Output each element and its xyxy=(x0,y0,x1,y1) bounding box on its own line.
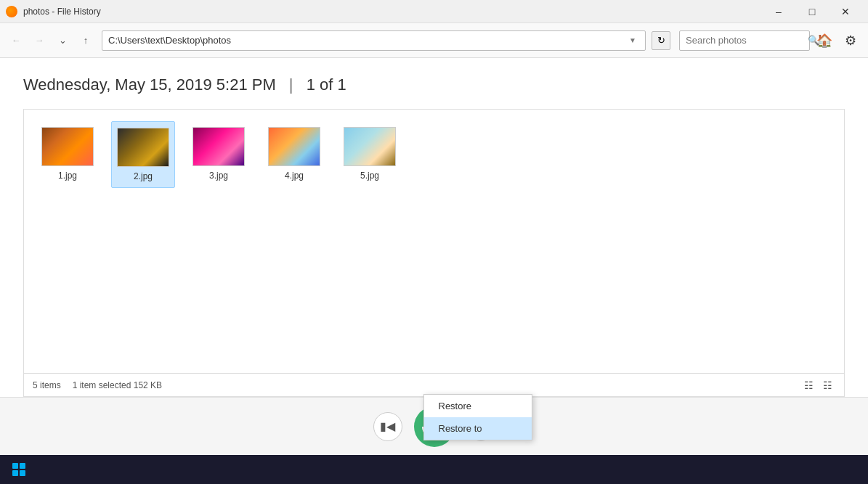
maximize-button[interactable]: □ xyxy=(795,0,829,23)
file-name: 2.jpg xyxy=(134,171,153,181)
file-thumbnail xyxy=(192,127,245,166)
search-bar-container: 🔍 xyxy=(679,30,810,51)
file-name: 3.jpg xyxy=(209,171,228,181)
address-dropdown-icon[interactable]: ▼ xyxy=(629,36,636,44)
file-name: 4.jpg xyxy=(285,171,304,181)
address-bar: ▼ xyxy=(102,30,646,51)
recent-locations-button[interactable]: ⌄ xyxy=(52,30,73,51)
file-name: 5.jpg xyxy=(360,171,379,181)
minimize-button[interactable]: – xyxy=(762,0,795,23)
up-button[interactable]: ↑ xyxy=(76,30,96,51)
close-button[interactable]: ✕ xyxy=(829,0,862,23)
date-text: Wednesday, May 15, 2019 5:21 PM xyxy=(23,75,276,94)
status-left: 5 items 1 item selected 152 KB xyxy=(33,380,162,390)
windows-logo xyxy=(12,463,25,476)
search-input[interactable] xyxy=(686,35,808,46)
logo-tr xyxy=(20,463,25,469)
window-controls: – □ ✕ xyxy=(762,0,862,23)
file-item[interactable]: 3.jpg xyxy=(187,121,251,188)
taskbar xyxy=(0,455,868,484)
context-menu: RestoreRestore to xyxy=(423,394,532,440)
status-bar: 5 items 1 item selected 152 KB ☷ ☷ xyxy=(24,373,844,396)
toolbar: ← → ⌄ ↑ ▼ ↻ 🔍 🏠 ⚙ xyxy=(0,23,868,58)
start-button[interactable] xyxy=(6,456,32,483)
window-title: photos - File History xyxy=(23,7,762,17)
file-browser: 1.jpg2.jpg3.jpg4.jpg5.jpg 5 items 1 item… xyxy=(23,109,845,397)
file-item[interactable]: 4.jpg xyxy=(262,121,326,188)
page-separator: | xyxy=(289,75,293,94)
prev-button[interactable]: ▮◀ xyxy=(373,412,402,441)
back-button[interactable]: ← xyxy=(6,30,26,51)
context-menu-item[interactable]: Restore xyxy=(424,395,532,417)
file-thumbnail xyxy=(268,127,320,166)
file-thumbnail xyxy=(41,127,94,166)
file-thumbnail xyxy=(344,127,396,166)
settings-button[interactable]: ⚙ xyxy=(839,29,862,52)
file-item[interactable]: 1.jpg xyxy=(36,121,100,188)
home-button[interactable]: 🏠 xyxy=(813,29,836,52)
page-info: 1 of 1 xyxy=(307,75,346,94)
forward-button[interactable]: → xyxy=(29,30,49,51)
bottom-nav: ▮◀ ▶▮ RestoreRestore to xyxy=(0,397,868,455)
details-view-button[interactable]: ☷ xyxy=(800,377,816,393)
file-item[interactable]: 2.jpg xyxy=(111,121,175,188)
title-bar: photos - File History – □ ✕ xyxy=(0,0,868,23)
context-menu-item[interactable]: Restore to xyxy=(424,417,532,440)
refresh-button[interactable]: ↻ xyxy=(652,31,670,50)
tiles-view-button[interactable]: ☷ xyxy=(819,377,835,393)
logo-tl xyxy=(12,463,18,469)
logo-bl xyxy=(12,470,18,476)
file-item[interactable]: 5.jpg xyxy=(338,121,402,188)
selected-info: 1 item selected 152 KB xyxy=(73,380,162,390)
file-thumbnail xyxy=(117,128,169,167)
prev-icon: ▮◀ xyxy=(380,419,395,433)
view-icons: ☷ ☷ xyxy=(800,377,835,393)
file-grid: 1.jpg2.jpg3.jpg4.jpg5.jpg xyxy=(24,110,844,373)
app-icon xyxy=(6,6,17,17)
main-content: Wednesday, May 15, 2019 5:21 PM | 1 of 1… xyxy=(0,58,868,397)
logo-br xyxy=(20,470,25,476)
file-name: 1.jpg xyxy=(58,171,77,181)
item-count: 5 items xyxy=(33,380,61,390)
date-header: Wednesday, May 15, 2019 5:21 PM | 1 of 1 xyxy=(23,75,845,94)
address-input[interactable] xyxy=(108,35,629,46)
